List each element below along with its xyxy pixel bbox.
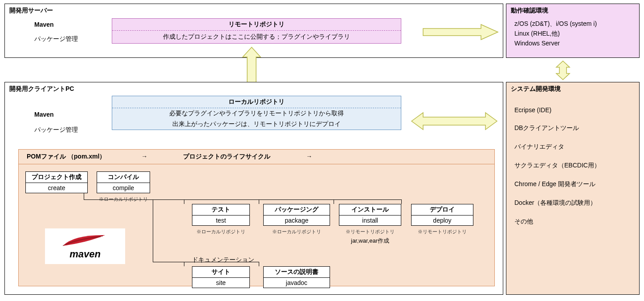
phase-note: ※リモートリポジトリ xyxy=(339,226,401,235)
phase-title: デプロイ xyxy=(411,204,473,216)
connector-line xyxy=(259,262,259,266)
phase-cmd: install xyxy=(339,216,401,226)
connector-line xyxy=(401,199,402,204)
phase-cmd: site xyxy=(192,278,250,288)
svg-marker-1 xyxy=(556,61,570,80)
maven-logo-text: maven xyxy=(69,248,101,260)
connector-line xyxy=(153,199,153,262)
phase-cmd: javadoc xyxy=(263,278,330,288)
remote-repository-box: リモートリポジトリ 作成したプロジェクトはここに公開する；プラグインやライブラリ xyxy=(112,18,401,44)
local-repo-desc1: 必要なプラグインやライブラリをリモートリポジトリから取得 xyxy=(112,108,401,119)
phase-cmd: create xyxy=(25,183,88,193)
connector-line xyxy=(334,199,334,204)
dev-env-item: Chrome / Edge 開発者ツール xyxy=(514,175,639,194)
pkg-mgmt-label: パッケージ管理 xyxy=(34,126,78,134)
maven-logo: maven xyxy=(45,228,125,264)
phase-install: インストール install ※リモートリポジトリ jar,war,ear作成 xyxy=(339,204,401,245)
documentation-label: ドキュメンテーション xyxy=(192,256,254,264)
phase-title: パッケージング xyxy=(263,204,330,216)
dev-env-item: その他 xyxy=(514,212,639,231)
phase-title: テスト xyxy=(192,204,250,216)
local-repo-title: ローカルリポジトリ xyxy=(112,96,401,108)
phase-title: コンパイル xyxy=(97,171,150,183)
phase-title: ソースの説明書 xyxy=(263,266,330,278)
arrow-local-devenv xyxy=(410,110,499,132)
pom-file-label: POMファイル （pom.xml） xyxy=(27,153,106,161)
dev-env-list: Ecripse (IDE) DBクライアントツール バイナリエディタ サクラエデ… xyxy=(506,96,639,231)
dev-env-title: システム開発環境 xyxy=(506,82,639,96)
phase-site: サイト site xyxy=(192,266,250,288)
maven-label: Maven xyxy=(34,111,54,118)
dev-env-item: DBクライアントツール xyxy=(514,119,639,138)
dev-env-section: システム開発環境 Ecripse (IDE) DBクライアントツール バイナリエ… xyxy=(506,82,640,295)
runtime-env-list: z/OS (zD&T)、i/OS (system i) Linux (RHEL,… xyxy=(506,17,639,48)
phase-note: ※ローカルリポジトリ xyxy=(263,226,330,235)
phase-test: テスト test ※ローカルリポジトリ xyxy=(192,204,250,235)
phase-create: プロジェクト作成 create xyxy=(25,171,88,193)
runtime-env-item: Windows Server xyxy=(514,39,639,48)
phase-javadoc: ソースの説明書 javadoc xyxy=(263,266,330,288)
dev-env-item: Ecripse (IDE) xyxy=(514,101,639,119)
connector-line xyxy=(259,199,259,204)
dev-env-item: Docker（各種環境の試験用） xyxy=(514,194,639,212)
runtime-env-section: 動作確認環境 z/OS (zD&T)、i/OS (system i) Linux… xyxy=(506,4,640,58)
phase-compile: コンパイル compile ※ローカルリポジトリ xyxy=(97,171,150,203)
remote-repo-desc: 作成したプロジェクトはここに公開する；プラグインやライブラリ xyxy=(112,31,401,43)
phase-title: プロジェクト作成 xyxy=(25,171,88,183)
phase-note: ※ローカルリポジトリ xyxy=(192,226,250,235)
arrow-server-to-runtime xyxy=(419,23,499,41)
dev-client-title: 開発用クライアントPC xyxy=(5,82,503,96)
arrow-text: → xyxy=(141,153,147,161)
remote-repo-title: リモートリポジトリ xyxy=(112,19,401,31)
runtime-env-title: 動作確認環境 xyxy=(506,4,639,17)
connector-line xyxy=(184,262,184,266)
svg-marker-0 xyxy=(423,24,498,40)
local-repository-box: ローカルリポジトリ 必要なプラグインやライブラリをリモートリポジトリから取得 出… xyxy=(112,96,401,130)
phase-extra: jar,war,ear作成 xyxy=(339,235,401,245)
pkg-mgmt-label: パッケージ管理 xyxy=(34,35,78,43)
maven-label: Maven xyxy=(34,21,54,28)
dev-env-item: サクラエディタ（EBCDIC用） xyxy=(514,156,639,175)
connector-line xyxy=(84,192,84,199)
phase-cmd: package xyxy=(263,216,330,226)
svg-marker-3 xyxy=(412,113,497,130)
runtime-env-item: Linux (RHEL,他) xyxy=(514,29,639,39)
dev-env-item: バイナリエディタ xyxy=(514,138,639,156)
phase-cmd: deploy xyxy=(411,216,473,226)
dev-server-title: 開発用サーバー xyxy=(5,4,503,17)
pom-lifecycle-label: プロジェクトのライフサイクル xyxy=(183,153,270,161)
connector-line xyxy=(184,199,184,204)
arrow-text: → xyxy=(306,153,312,161)
phase-package: パッケージング package ※ローカルリポジトリ xyxy=(263,204,330,235)
runtime-env-item: z/OS (zD&T)、i/OS (system i) xyxy=(514,19,639,29)
phase-title: インストール xyxy=(339,204,401,216)
local-repo-desc2: 出来上がったパッケージは、リモートリポジトリにデプロイ xyxy=(112,119,401,130)
phase-cmd: test xyxy=(192,216,250,226)
arrow-runtime-devenv xyxy=(554,60,572,81)
phase-title: サイト xyxy=(192,266,250,278)
pom-header: POMファイル （pom.xml） → プロジェクトのライフサイクル → xyxy=(19,150,494,164)
phase-deploy: デプロイ deploy ※リモートリポジトリ xyxy=(411,204,473,235)
feather-icon xyxy=(61,232,110,248)
phase-note: ※ローカルリポジトリ xyxy=(97,193,150,203)
phase-note: ※リモートリポジトリ xyxy=(411,226,473,235)
phase-cmd: compile xyxy=(97,183,150,193)
